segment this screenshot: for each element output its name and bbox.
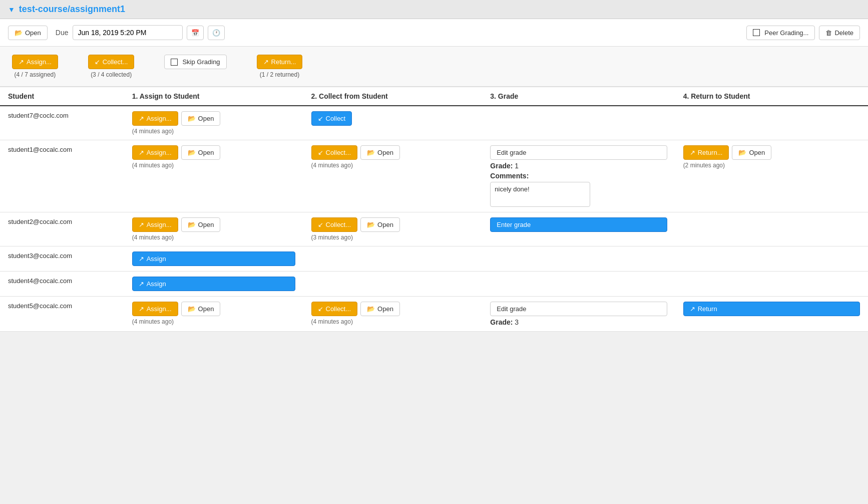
assignment-table: Student 1. Assign to Student 2. Collect … [0,87,868,332]
open-folder-icon-2: 📂 [188,221,196,228]
due-group: Due 📅 🕐 [56,25,225,40]
collect-open-icon-2: 📂 [367,221,375,228]
collect-icon-1: ↙ [318,149,323,156]
return-open-icon-1: 📂 [738,149,746,156]
assign-icon-5: ↗ [139,305,144,313]
collect-icon: ↙ [95,58,100,66]
assign-cell-4: ↗ Assign [124,272,303,297]
collect-icon-5: ↙ [318,305,323,313]
collect-button-2[interactable]: ↙ Collect... [311,217,358,232]
peer-grading-button[interactable]: Peer Grading... [746,26,815,40]
summary-return: ↗ Return... (1 / 2 returned) [257,55,303,78]
grade-value-5: 3 [515,318,519,326]
header-grade: 3. Grade [482,87,675,106]
grade-cell-0 [482,106,675,140]
skip-checkbox-icon [171,59,178,66]
table-row: student7@coclc.com ↗ Assign... 📂 Open [0,106,868,140]
assign-cell-1: ↗ Assign... 📂 Open (4 minutes ago) [124,140,303,212]
student-email: student3@cocalc.com [0,246,124,272]
collect-open-button-1[interactable]: 📂 Open [360,145,400,160]
due-label: Due [56,29,69,37]
toolbar: 📂 Open Due 📅 🕐 Peer Grading... 🗑 Delete [0,19,868,47]
collect-icon-0: ↙ [318,115,323,122]
collect-cell-2: ↙ Collect... 📂 Open (3 minutes ago) [303,212,483,246]
collect-button-1[interactable]: ↙ Collect... [311,145,358,160]
assign-button-5[interactable]: ↗ Assign... [132,302,178,316]
bulk-return-button[interactable]: ↗ Return... [257,55,303,69]
collect-button-0[interactable]: ↙ Collect [311,111,352,126]
return-time-1: (2 minutes ago) [683,162,860,169]
return-cell-1: ↗ Return... 📂 Open (2 minutes ago) [675,140,868,212]
grade-cell-5: Edit grade Grade: 3 [482,297,675,332]
assign-open-button-5[interactable]: 📂 Open [181,302,221,316]
return-button-5[interactable]: ↗ Return [683,302,860,316]
collect-time-1: (4 minutes ago) [311,162,475,169]
collect-icon-2: ↙ [318,221,323,228]
edit-grade-button-5[interactable]: Edit grade [490,302,667,316]
assign-open-button-0[interactable]: 📂 Open [181,111,221,126]
assign-cell-0: ↗ Assign... 📂 Open (4 minutes ago) [124,106,303,140]
assign-time-0: (4 minutes ago) [132,128,295,135]
open-button[interactable]: 📂 Open [8,26,48,40]
edit-grade-button-1[interactable]: Edit grade [490,145,667,160]
summary-section: ↗ Assign... (4 / 7 assigned) ↙ Collect..… [0,47,868,87]
collect-time-5: (4 minutes ago) [311,318,475,325]
assign-icon-3: ↗ [139,255,144,263]
header-collect: 2. Collect from Student [303,87,483,106]
collect-open-button-5[interactable]: 📂 Open [360,302,400,316]
table-row: student4@cocalc.com ↗ Assign [0,272,868,297]
calendar-icon-button[interactable]: 📅 [187,26,204,40]
assign-icon-0: ↗ [139,115,144,122]
due-date-input[interactable] [73,25,183,40]
assign-button-3[interactable]: ↗ Assign [132,251,295,266]
collect-time-2: (3 minutes ago) [311,234,475,241]
return-cell-0 [675,106,868,140]
grade-label-1: Grade: [490,162,515,170]
folder-icon: 📂 [15,29,23,37]
student-email: student1@cocalc.com [0,140,124,212]
header-student: Student [0,87,124,106]
return-button-1[interactable]: ↗ Return... [683,145,729,160]
grade-cell-4 [482,272,675,297]
grade-value-1: 1 [515,162,519,170]
student-email: student4@cocalc.com [0,272,124,297]
return-icon: ↗ [263,58,269,66]
collect-cell-0: ↙ Collect [303,106,483,140]
assign-button-0[interactable]: ↗ Assign... [132,111,178,126]
bulk-collect-button[interactable]: ↙ Collect... [88,55,135,69]
assign-time-2: (4 minutes ago) [132,234,295,241]
collect-open-button-2[interactable]: 📂 Open [360,217,400,232]
assign-open-button-2[interactable]: 📂 Open [181,217,221,232]
return-cell-3 [675,246,868,272]
grade-cell-1: Edit grade Grade: 1 Comments: nicely don… [482,140,675,212]
assign-open-button-1[interactable]: 📂 Open [181,145,221,160]
assign-cell-3: ↗ Assign [124,246,303,272]
assign-button-2[interactable]: ↗ Assign... [132,217,178,232]
enter-grade-button-2[interactable]: Enter grade [490,217,667,232]
assign-cell-2: ↗ Assign... 📂 Open (4 minutes ago) [124,212,303,246]
bulk-assign-button[interactable]: ↗ Assign... [12,55,58,69]
table-row: student5@cocalc.com ↗ Assign... 📂 Open [0,297,868,332]
return-icon-5: ↗ [690,305,695,313]
collect-cell-5: ↙ Collect... 📂 Open (4 minutes ago) [303,297,483,332]
open-folder-icon-1: 📂 [188,149,196,156]
assign-icon: ↗ [19,58,24,66]
header-bar: ▼ test-course/assignment1 [0,0,868,19]
return-open-button-1[interactable]: 📂 Open [732,145,771,160]
trash-icon: 🗑 [825,29,832,37]
delete-button[interactable]: 🗑 Delete [819,26,860,40]
assign-summary-count: (4 / 7 assigned) [15,71,56,78]
assign-icon-2: ↗ [139,221,144,228]
skip-grading-button[interactable]: Skip Grading [164,55,226,69]
return-icon-1: ↗ [690,149,695,156]
assign-button-4[interactable]: ↗ Assign [132,277,295,291]
collect-button-5[interactable]: ↙ Collect... [311,302,358,316]
assign-cell-5: ↗ Assign... 📂 Open (4 minutes ago) [124,297,303,332]
table-row: student1@cocalc.com ↗ Assign... 📂 Open [0,140,868,212]
clock-icon-button[interactable]: 🕐 [208,26,225,40]
return-cell-5: ↗ Return [675,297,868,332]
assign-time-5: (4 minutes ago) [132,318,295,325]
collect-cell-3 [303,246,483,272]
table-header-row: Student 1. Assign to Student 2. Collect … [0,87,868,106]
assign-button-1[interactable]: ↗ Assign... [132,145,178,160]
